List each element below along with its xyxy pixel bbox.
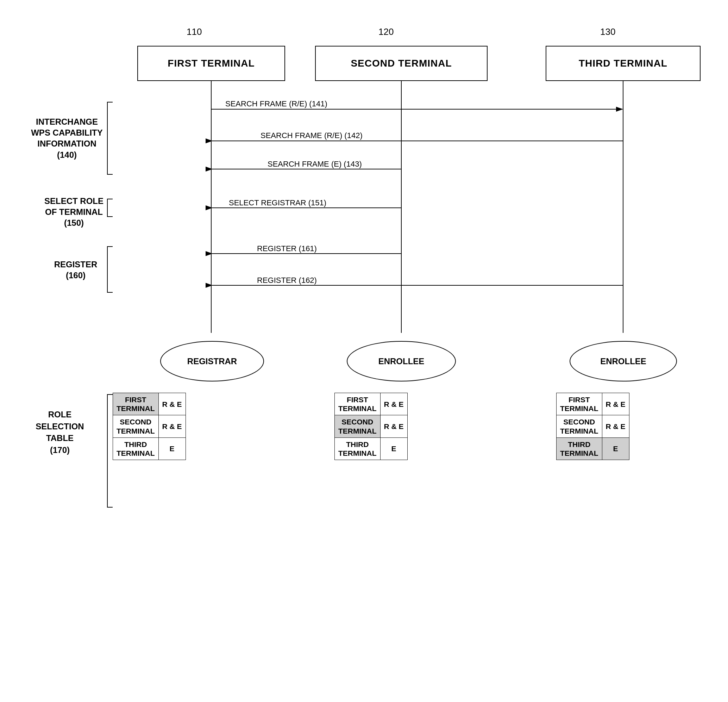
table-cell: R & E [380,393,407,415]
table-cell: THIRDTERMINAL [113,437,159,460]
arrow-161-label: REGISTER (161) [257,244,317,253]
table-cell: FIRSTTERMINAL [113,393,159,415]
table-cell: E [380,437,407,460]
select-role-label: SELECT ROLEOF TERMINAL(150) [39,195,109,229]
table-row: THIRDTERMINAL E [556,437,630,460]
table-cell: SECONDTERMINAL [556,415,602,437]
ref-110: 110 [186,26,202,37]
table-row: FIRSTTERMINAL R & E [113,393,186,415]
second-terminal-label: SECOND TERMINAL [351,58,452,69]
table-cell: R & E [158,415,185,437]
table-cell: R & E [602,415,629,437]
register-label: REGISTER(160) [46,259,105,281]
second-terminal-box: SECOND TERMINAL [315,46,488,81]
arrow-162-label: REGISTER (162) [257,276,317,285]
role-table-3: FIRSTTERMINAL R & E SECONDTERMINAL R & E… [556,393,630,460]
table-row: FIRSTTERMINAL R & E [335,393,408,415]
arrow-151-label: SELECT REGISTRAR (151) [229,198,326,207]
arrow-141-label: SEARCH FRAME (R/E) (141) [225,99,327,109]
role-table-2: FIRSTTERMINAL R & E SECONDTERMINAL R & E… [334,393,408,460]
enrollee2-oval: ENROLLEE [570,341,677,381]
first-terminal-label: FIRST TERMINAL [168,58,254,69]
ref-120: 120 [378,26,394,37]
table-row: THIRDTERMINAL E [335,437,408,460]
table-cell: SECONDTERMINAL [335,415,381,437]
arrow-143-label: SEARCH FRAME (E) (143) [267,159,362,169]
table-section-label: ROLESELECTIONTABLE(170) [17,408,102,456]
table-cell: E [602,437,629,460]
interchange-label: INTERCHANGEWPS CAPABILITYINFORMATION(140… [28,116,105,160]
arrow-142-label: SEARCH FRAME (R/E) (142) [260,131,363,140]
enrollee1-oval: ENROLLEE [347,341,456,381]
table-row: SECONDTERMINAL R & E [113,415,186,437]
table-cell: FIRSTTERMINAL [556,393,602,415]
table-cell: E [158,437,185,460]
table-cell: SECONDTERMINAL [113,415,159,437]
role-table-1: FIRSTTERMINAL R & E SECONDTERMINAL R & E… [113,393,186,460]
table-row: FIRSTTERMINAL R & E [556,393,630,415]
third-terminal-box: THIRD TERMINAL [546,46,701,81]
table-row: THIRDTERMINAL E [113,437,186,460]
table-cell: THIRDTERMINAL [335,437,381,460]
diagram-container: 110 120 130 FIRST TERMINAL SECOND TERMIN… [0,0,728,702]
ref-130: 130 [600,26,615,37]
third-terminal-label: THIRD TERMINAL [579,58,667,69]
table-row: SECONDTERMINAL R & E [335,415,408,437]
table-row: SECONDTERMINAL R & E [556,415,630,437]
first-terminal-box: FIRST TERMINAL [137,46,285,81]
table-cell: R & E [380,415,407,437]
table-cell: FIRSTTERMINAL [335,393,381,415]
table-cell: THIRDTERMINAL [556,437,602,460]
registrar-oval: REGISTRAR [160,341,264,381]
table-cell: R & E [158,393,185,415]
table-cell: R & E [602,393,629,415]
